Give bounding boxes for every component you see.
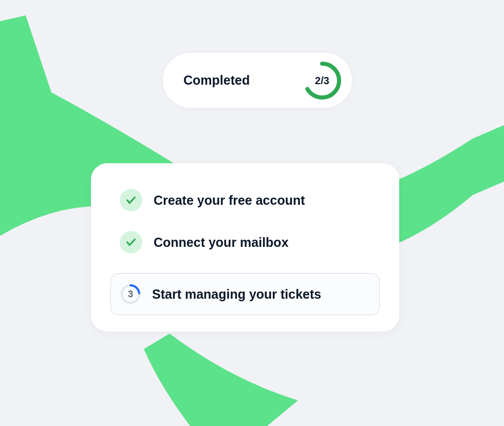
progress-count: 2/3 <box>315 74 329 86</box>
step-number-ring: 3 <box>120 284 141 304</box>
step-label: Start managing your tickets <box>152 287 321 302</box>
completed-badge: Completed 2/3 <box>163 53 352 108</box>
step-item-create-account: Create your free account <box>110 189 380 211</box>
step-item-connect-mailbox: Connect your mailbox <box>110 231 380 254</box>
steps-card: Create your free account Connect your ma… <box>91 163 399 332</box>
check-icon <box>120 189 142 211</box>
step-number: 3 <box>128 289 133 300</box>
progress-ring: 2/3 <box>302 60 343 101</box>
completed-label: Completed <box>183 73 250 88</box>
step-item-manage-tickets[interactable]: 3 Start managing your tickets <box>110 273 380 315</box>
step-label: Connect your mailbox <box>154 235 289 250</box>
step-label: Create your free account <box>154 193 305 208</box>
check-icon <box>120 231 142 254</box>
